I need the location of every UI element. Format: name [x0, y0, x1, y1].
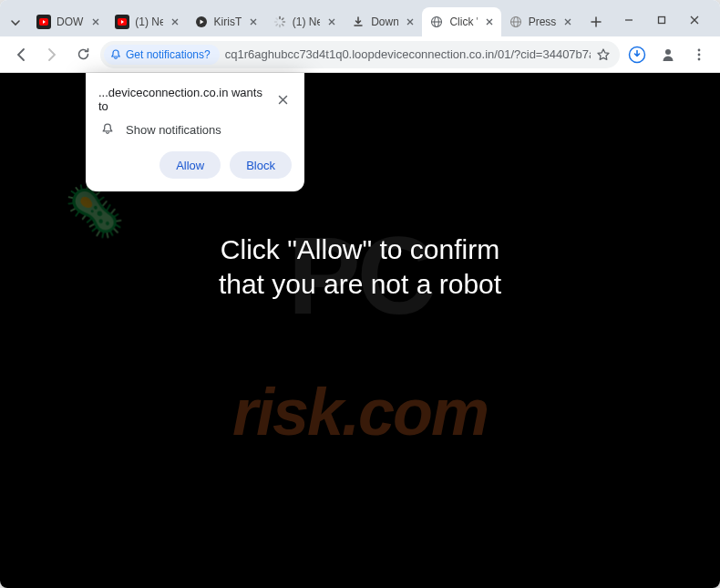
main-message-line2: that you are not a robot [0, 267, 720, 302]
permission-close-button[interactable] [273, 90, 292, 108]
maximize-button[interactable] [651, 9, 673, 31]
new-tab-button[interactable] [583, 9, 609, 35]
close-window-button[interactable] [684, 9, 705, 31]
tab-2[interactable]: KirisTV [187, 7, 265, 36]
svg-point-22 [698, 53, 701, 56]
youtube-icon [36, 15, 51, 29]
tab-strip: DOWNL (1) New KirisTV (1) New [0, 0, 720, 36]
browser-window: DOWNL (1) New KirisTV (1) New [0, 0, 720, 588]
toolbar: Get notifications? cq1r6aghubcc73d4t1q0.… [0, 36, 720, 73]
svg-point-21 [698, 48, 701, 51]
reload-button[interactable] [69, 41, 97, 68]
url-text: cq1r6aghubcc73d4t1q0.loopdeviceconnectio… [225, 47, 591, 61]
youtube-icon [115, 15, 129, 29]
tab-0[interactable]: DOWNL [29, 7, 108, 36]
watermark-bottom: risk.com [232, 375, 488, 449]
main-message: Click "Allow" to confirm that you are no… [0, 232, 720, 303]
tab-title: KirisTV [214, 15, 242, 28]
tab-close-icon[interactable] [169, 15, 181, 28]
tabstrip-dropdown[interactable] [7, 15, 24, 31]
notification-chip[interactable]: Get notifications? [104, 45, 220, 65]
play-icon [194, 15, 209, 29]
main-message-line1: Click "Allow" to confirm [0, 232, 720, 267]
globe-icon [509, 15, 523, 29]
overflow-menu-button[interactable] [685, 41, 713, 68]
globe-icon [429, 15, 444, 29]
forward-button[interactable] [38, 41, 66, 68]
window-controls [609, 9, 715, 36]
profile-button[interactable] [654, 41, 682, 68]
tab-title: DOWNL [57, 15, 84, 28]
notification-chip-label: Get notifications? [126, 48, 211, 61]
svg-point-20 [665, 49, 671, 55]
bell-icon [109, 48, 122, 61]
tab-close-icon[interactable] [404, 15, 417, 28]
svg-line-10 [276, 18, 277, 19]
svg-point-23 [698, 57, 701, 60]
block-button[interactable]: Block [230, 151, 292, 179]
tab-3[interactable]: (1) New [265, 7, 344, 36]
tab-title: Click "A [449, 15, 477, 28]
tab-title: (1) New [293, 15, 320, 28]
allow-button[interactable]: Allow [159, 151, 221, 179]
tab-close-icon[interactable] [561, 15, 574, 28]
address-bar[interactable]: Get notifications? cq1r6aghubcc73d4t1q0.… [100, 41, 620, 68]
loading-spinner-icon [273, 15, 287, 29]
download-icon [351, 15, 365, 29]
back-button[interactable] [7, 41, 35, 68]
notification-permission-popup: ...deviceconnection.co.in wants to Show … [86, 73, 304, 191]
downloads-button[interactable] [623, 41, 651, 68]
minimize-button[interactable] [618, 9, 640, 31]
watermark-top: PC [288, 212, 433, 338]
tab-close-icon[interactable] [247, 15, 260, 28]
svg-rect-18 [659, 17, 665, 24]
svg-line-8 [276, 25, 277, 26]
svg-line-4 [282, 18, 283, 19]
page-content: PC risk.com 🦠 Click "Allow" to confirm t… [0, 73, 720, 588]
tab-6[interactable]: Press "A [501, 7, 580, 36]
tab-title: (1) New [135, 15, 162, 28]
tab-title: Press "A [529, 15, 556, 28]
tab-4[interactable]: Downlo [344, 7, 422, 36]
tab-title: Downlo [371, 15, 398, 28]
permission-site-label: ...deviceconnection.co.in wants to [98, 86, 273, 113]
svg-line-6 [282, 25, 283, 26]
bookmark-star-icon[interactable] [596, 47, 611, 62]
tab-5-active[interactable]: Click "A [422, 7, 500, 36]
tab-close-icon[interactable] [325, 15, 338, 28]
tab-close-icon[interactable] [89, 15, 102, 28]
tab-close-icon[interactable] [483, 15, 496, 28]
tab-1[interactable]: (1) New [108, 7, 186, 36]
permission-body-text: Show notifications [126, 123, 221, 137]
bell-icon [100, 122, 115, 137]
